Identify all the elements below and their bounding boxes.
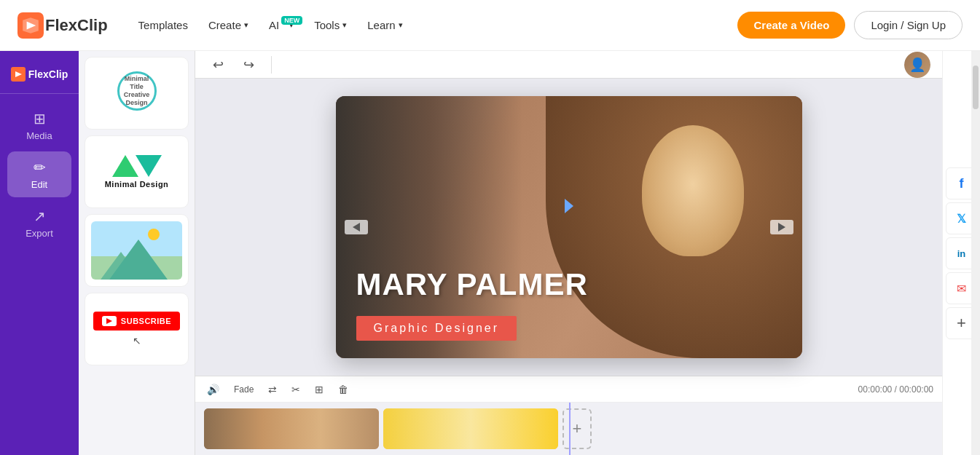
top-nav: FlexClip Templates Create ▾ AI NEW ▾ Too…	[0, 0, 980, 51]
nav-ai[interactable]: AI NEW ▾	[262, 15, 301, 36]
clip-2[interactable]	[383, 408, 558, 449]
sidebar-item-edit[interactable]: ✏ Edit	[7, 151, 71, 197]
redo-button[interactable]: ↪	[238, 54, 259, 76]
timeline-toolbar: 🔊 Fade ⇄ ✂ ⊞ 🗑 00:00:00 / 00:00:00	[195, 376, 942, 403]
sidebar-logo: FlexClip	[0, 60, 79, 94]
audio-icon[interactable]: 🔊	[204, 381, 222, 398]
cut-icon[interactable]: ✂	[289, 381, 303, 398]
chevron-down-icon: ▾	[399, 20, 403, 30]
template-card-4[interactable]: SUBSCRIBE ↖	[85, 293, 189, 365]
twitter-icon: 𝕏	[957, 212, 966, 226]
email-icon: ✉	[957, 282, 966, 296]
card2-logo	[112, 155, 162, 177]
editor-canvas-area: MARY PALMER Graphic Designer	[195, 79, 942, 376]
edit-icon: ✏	[34, 159, 46, 176]
canvas-title-badge: Graphic Designer	[356, 316, 517, 341]
clip-1[interactable]	[204, 408, 379, 449]
canvas-cursor	[565, 199, 573, 213]
nav-right: Create a Video Login / Sign Up	[737, 11, 963, 39]
main-layout: FlexClip ⊞ Media ✏ Edit ↗ Export Minimal…	[0, 51, 980, 455]
editor-toolbar: ↩ ↪ 👤	[195, 51, 942, 79]
timeline-clips: +	[195, 403, 942, 455]
cursor-icon: ↖	[133, 335, 141, 347]
add-clip-button[interactable]: +	[562, 408, 592, 449]
sidebar-item-media[interactable]: ⊞ Media	[7, 103, 71, 149]
canvas-control-right[interactable]	[770, 220, 793, 234]
media-icon: ⊞	[34, 110, 46, 127]
nav-learn[interactable]: Learn ▾	[360, 15, 409, 36]
card2-title: Minimal Design	[105, 180, 169, 189]
main-editor: ↩ ↪ 👤 MARY PALMER	[195, 51, 942, 455]
sidebar-logo-text: FlexClip	[11, 67, 68, 82]
sun-icon	[148, 229, 160, 240]
video-canvas[interactable]: MARY PALMER Graphic Designer	[336, 96, 802, 358]
canvas-name-text: MARY PALMER	[356, 269, 588, 300]
template-panel: Minimal TitleCreative Design Minimal Des…	[79, 51, 195, 455]
nav-templates[interactable]: Templates	[131, 15, 195, 36]
copy-icon[interactable]: ⊞	[312, 381, 326, 398]
toolbar-separator	[271, 56, 272, 74]
fade-label[interactable]: Fade	[231, 381, 256, 397]
person-skin	[642, 125, 744, 256]
facebook-icon: f	[960, 176, 964, 191]
mountain-scene	[91, 221, 182, 280]
delete-icon[interactable]: 🗑	[335, 381, 351, 398]
template-card-2[interactable]: Minimal Design	[85, 135, 189, 208]
chevron-down-icon: ▾	[342, 20, 347, 30]
nav-tools[interactable]: Tools ▾	[307, 15, 354, 36]
logo[interactable]: FlexClip	[17, 12, 108, 39]
template-card-1[interactable]: Minimal TitleCreative Design	[85, 57, 189, 130]
timeline-time: 00:00:00 / 00:00:00	[858, 384, 933, 395]
card1-ring-text: Minimal TitleCreative Design	[119, 75, 154, 106]
scrollbar-track	[971, 51, 980, 455]
timeline: 🔊 Fade ⇄ ✂ ⊞ 🗑 00:00:00 / 00:00:00 +	[195, 376, 942, 455]
yt-subscribe-btn: SUBSCRIBE	[93, 312, 180, 331]
nav-links: Templates Create ▾ AI NEW ▾ Tools ▾ Lear…	[131, 15, 715, 36]
canvas-control-left[interactable]	[345, 220, 368, 234]
yt-logo-icon	[102, 316, 117, 326]
linkedin-icon: in	[957, 248, 966, 259]
nav-create[interactable]: Create ▾	[201, 15, 256, 36]
new-badge: NEW	[281, 16, 302, 25]
left-sidebar: FlexClip ⊞ Media ✏ Edit ↗ Export	[0, 51, 79, 455]
scrollbar-thumb[interactable]	[973, 66, 979, 109]
chevron-down-icon: ▾	[244, 20, 248, 30]
plus-icon: +	[957, 314, 966, 333]
loop-icon[interactable]: ⇄	[265, 381, 280, 398]
login-button[interactable]: Login / Sign Up	[854, 11, 963, 39]
create-video-button[interactable]: Create a Video	[737, 12, 845, 39]
avatar[interactable]: 👤	[904, 52, 930, 78]
mountain-big-icon	[109, 240, 168, 280]
template-card-3[interactable]	[85, 214, 189, 287]
card1-ring: Minimal TitleCreative Design	[117, 71, 157, 111]
export-icon: ↗	[34, 207, 46, 225]
undo-button[interactable]: ↩	[207, 54, 229, 76]
subscribe-label: SUBSCRIBE	[121, 317, 171, 325]
sidebar-item-export[interactable]: ↗ Export	[7, 200, 71, 246]
